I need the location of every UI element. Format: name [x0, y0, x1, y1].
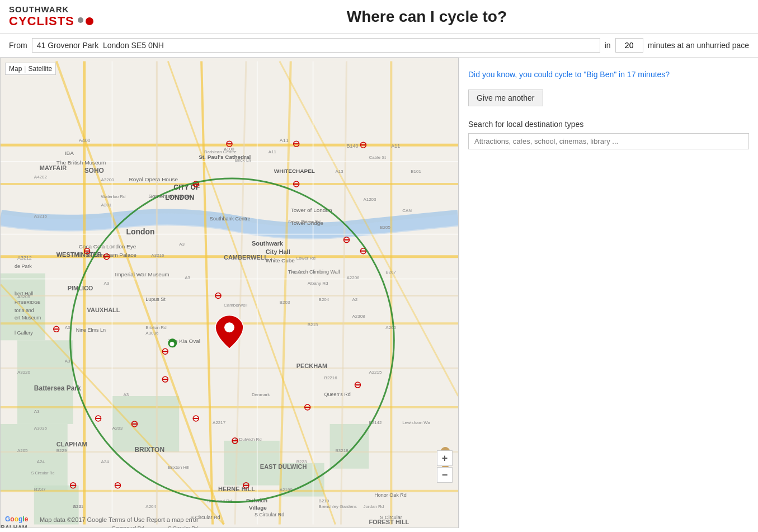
svg-text:B203: B203 [280, 300, 290, 305]
svg-text:B204: B204 [319, 297, 329, 302]
svg-text:A200: A200 [385, 325, 396, 330]
svg-text:B101: B101 [411, 169, 421, 174]
minutes-input[interactable] [615, 38, 643, 53]
svg-text:Imperial War Museum: Imperial War Museum [115, 271, 170, 277]
svg-text:B237: B237 [34, 487, 46, 492]
pace-label: minutes at an unhurried pace [648, 41, 749, 50]
svg-text:A3036: A3036 [34, 426, 48, 431]
svg-rect-7 [1, 424, 68, 491]
svg-text:Royal Opera House: Royal Opera House [129, 176, 178, 182]
from-input[interactable] [32, 38, 600, 53]
svg-text:A2217: A2217 [213, 420, 226, 425]
svg-text:Brixton Rd: Brixton Rd [145, 325, 166, 330]
svg-text:B229: B229 [57, 448, 67, 453]
svg-text:A3216: A3216 [34, 214, 48, 219]
did-you-know-text: Did you know, you could cycle to "Big Be… [468, 69, 749, 81]
svg-text:A3036: A3036 [145, 331, 159, 336]
content: A3212 A3205 A3220 A205 A3 A3 A3 A3 Brixt… [0, 58, 758, 528]
svg-text:B219: B219 [319, 498, 329, 503]
map-svg: A3212 A3205 A3220 A205 A3 A3 A3 A3 Brixt… [1, 58, 458, 528]
svg-text:B3218: B3218 [336, 448, 349, 453]
svg-text:A204: A204 [145, 504, 156, 509]
svg-text:City Hall: City Hall [266, 248, 290, 255]
svg-text:CAMBERWELL: CAMBERWELL [224, 254, 268, 261]
svg-text:ert Museum: ert Museum [15, 315, 41, 321]
svg-text:Jordan Rd: Jordan Rd [363, 504, 384, 509]
sidebar: Did you know, you could cycle to "Big Be… [459, 58, 758, 528]
map-zoom-controls: + − [437, 450, 453, 483]
svg-point-203 [224, 322, 234, 332]
svg-text:de Park: de Park [15, 263, 32, 269]
map-background: A3212 A3205 A3220 A205 A3 A3 A3 A3 Brixt… [1, 58, 458, 528]
zoom-in-button[interactable]: + [437, 450, 453, 466]
svg-text:A3: A3 [34, 409, 40, 414]
give-another-button[interactable]: Give me another [468, 90, 543, 106]
search-input[interactable] [468, 133, 749, 149]
svg-text:S Circular Rd: S Circular Rd [255, 512, 284, 517]
page-title: Where can I cycle to? [105, 8, 749, 26]
header: SOUTHWARK CYCLISTS Where can I cycle to? [0, 0, 758, 34]
svg-text:A400: A400 [79, 138, 91, 143]
svg-text:S Circular Rd: S Circular Rd [168, 525, 197, 528]
svg-text:Lower Rd: Lower Rd [296, 256, 316, 261]
svg-rect-3 [112, 396, 180, 452]
svg-text:Lupus St: Lupus St [145, 296, 166, 302]
svg-text:CAN: CAN [402, 208, 412, 213]
svg-text:A3: A3 [123, 392, 129, 397]
map-view-button[interactable]: Map [9, 65, 22, 73]
svg-text:A3: A3 [185, 275, 190, 280]
svg-text:bert Hall: bert Hall [15, 291, 33, 296]
svg-text:A2215: A2215 [369, 370, 382, 375]
svg-text:A1203: A1203 [363, 197, 376, 202]
svg-text:Camberwell: Camberwell [224, 303, 247, 308]
svg-text:A24: A24 [101, 459, 110, 464]
svg-text:A3: A3 [104, 281, 110, 286]
svg-text:The British Museum: The British Museum [57, 159, 106, 166]
svg-text:Village: Village [249, 505, 267, 511]
logo-area: SOUTHWARK CYCLISTS [9, 4, 93, 29]
svg-text:A3200: A3200 [101, 177, 115, 182]
from-bar: From in minutes at an unhurried pace [0, 34, 758, 58]
from-label: From [9, 41, 27, 50]
svg-text:FOREST HILL: FOREST HILL [369, 519, 409, 525]
map-type-selector: Map | Satellite [5, 63, 56, 75]
svg-text:PECKHAM: PECKHAM [296, 362, 327, 369]
logo-cyclists: CYCLISTS [9, 14, 93, 29]
svg-text:S Circular Rd: S Circular Rd [31, 471, 55, 475]
svg-text:A2206: A2206 [291, 270, 304, 275]
svg-text:A100: A100 [224, 147, 234, 152]
logo-southwark: SOUTHWARK [9, 4, 69, 14]
svg-text:A203: A203 [112, 426, 123, 431]
svg-text:A24: A24 [37, 459, 45, 464]
svg-text:A2206: A2206 [346, 275, 360, 280]
svg-text:HTSBRIDGE: HTSBRIDGE [15, 300, 41, 305]
svg-text:A205: A205 [17, 448, 28, 453]
map-container[interactable]: A3212 A3205 A3220 A205 A3 A3 A3 A3 Brixt… [0, 58, 459, 528]
svg-text:EAST DULWICH: EAST DULWICH [260, 463, 307, 470]
google-logo: Google [5, 515, 28, 523]
svg-text:BRIXTON: BRIXTON [134, 446, 164, 454]
svg-text:London: London [126, 227, 154, 236]
svg-text:Brixton Hill: Brixton Hill [168, 465, 189, 470]
svg-text:B207: B207 [385, 270, 396, 275]
svg-text:A3212: A3212 [17, 255, 32, 261]
svg-text:A3: A3 [65, 359, 70, 364]
svg-text:Cable St: Cable St [369, 155, 386, 160]
zoom-out-button[interactable]: − [437, 467, 453, 483]
svg-text:A201: A201 [101, 203, 112, 208]
svg-text:Battersea Park: Battersea Park [34, 384, 81, 392]
satellite-view-button[interactable]: Satellite [28, 65, 52, 73]
svg-text:A2: A2 [352, 297, 357, 302]
svg-text:l Gallery: l Gallery [15, 330, 33, 336]
svg-text:B205: B205 [380, 225, 390, 230]
svg-text:B140: B140 [346, 143, 358, 149]
svg-text:WHITECHAPEL: WHITECHAPEL [274, 168, 315, 174]
search-label: Search for local destination types [468, 120, 749, 129]
svg-rect-6 [330, 424, 369, 469]
svg-text:Southbank Centre: Southbank Centre [210, 216, 250, 222]
in-label: in [605, 41, 611, 50]
svg-text:Waterloo Rd: Waterloo Rd [101, 194, 126, 199]
svg-text:Albany Rd: Albany Rd [308, 281, 328, 286]
logo-dots [78, 17, 93, 25]
svg-text:B2216: B2216 [324, 375, 338, 380]
